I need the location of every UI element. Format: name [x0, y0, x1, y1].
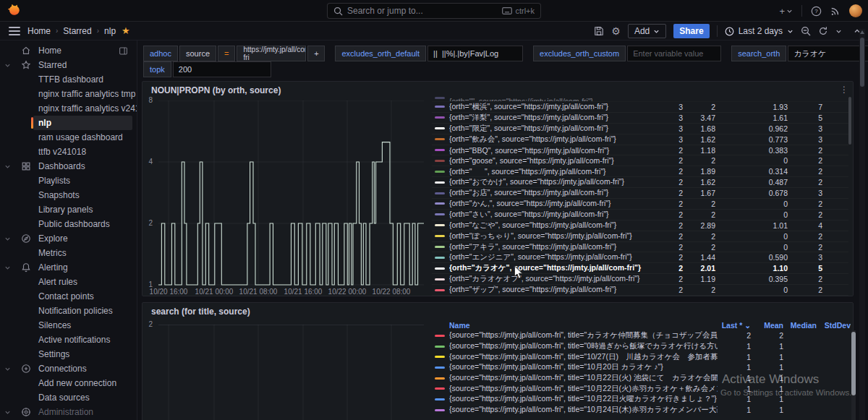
sidebar-item-ttfb-v241018[interactable]: ttfb v241018	[0, 145, 137, 159]
chevron-down-icon[interactable]	[4, 236, 11, 242]
table-row[interactable]: {source="https://jmty.jp/all/com-fri", t…	[432, 362, 851, 373]
panel-menu-icon[interactable]: ⋮	[840, 85, 848, 95]
sidebar-item-settings[interactable]: Settings	[0, 347, 137, 361]
avatar[interactable]	[849, 4, 862, 17]
breadcrumb-starred[interactable]: Starred	[63, 26, 91, 36]
sidebar-item-connections[interactable]: Connections	[0, 361, 137, 376]
legend-row[interactable]: {orth="エンジニア", source="https://jmty.jp/a…	[432, 252, 848, 263]
legend-row[interactable]: {orth="", source="https://jmty.jp/all/co…	[432, 97, 848, 102]
page-scrollbar[interactable]	[859, 29, 865, 420]
legend-row[interactable]: {orth=" ", source="https://jmty.jp/all/c…	[432, 166, 848, 177]
adhoc-field[interactable]: source	[179, 46, 216, 61]
legend-row[interactable]: {orth="カラオケ", source="https://jmty.jp/al…	[432, 263, 848, 274]
legend-row[interactable]: {orth="カラオケオフ", source="https://jmty.jp/…	[432, 274, 848, 285]
sidebar-item-add-new-connection[interactable]: Add new connection	[0, 376, 137, 390]
refresh-interval-dropdown[interactable]	[835, 28, 842, 35]
dock-sidebar-icon[interactable]	[119, 46, 128, 56]
refresh-icon[interactable]	[818, 26, 828, 36]
variable-input-topk[interactable]: 200	[173, 61, 271, 77]
legend-row[interactable]: {orth="goose", source="https://jmty.jp/a…	[432, 155, 848, 166]
share-button[interactable]: Share	[673, 24, 709, 38]
table-header[interactable]: Name Last * ⌄ Mean Median StdDev	[432, 320, 851, 330]
timeseries-chart-2[interactable]	[158, 325, 424, 420]
sidebar-item-playlists[interactable]: Playlists	[0, 173, 137, 188]
add-menu-button[interactable]: +	[779, 6, 793, 17]
grafana-logo[interactable]	[7, 4, 21, 18]
zoom-out-icon[interactable]	[801, 26, 811, 36]
sidebar-item-administration[interactable]: Administration	[0, 405, 137, 419]
adhoc-value[interactable]: https://jmty.jp/all/com-fri	[237, 46, 306, 61]
save-dashboard-icon[interactable]	[594, 26, 604, 36]
series-color-dash	[435, 116, 445, 119]
menu-toggle-icon[interactable]	[9, 27, 20, 35]
sidebar-item-notification-policies[interactable]: Notification policies	[0, 304, 137, 318]
sidebar-item-dashboards[interactable]: Dashboards	[0, 159, 137, 173]
legend-scrollbar[interactable]	[848, 97, 851, 296]
table-row[interactable]: {source="https://jmty.jp/all/com-fri", t…	[432, 405, 851, 416]
legend-row[interactable]: {orth="アキラ", source="https://jmty.jp/all…	[432, 242, 848, 253]
table-scrollbar[interactable]	[851, 330, 856, 420]
sidebar-item-starred[interactable]: Starred	[0, 58, 137, 72]
sidebar-item-nginx-traffic-analytics-tmp-c-[interactable]: nginx traffic analytics tmp C...	[0, 87, 137, 101]
sidebar-item-contact-points[interactable]: Contact points	[0, 289, 137, 304]
sidebar-item-silences[interactable]: Silences	[0, 318, 137, 333]
table-row[interactable]: {source="https://jmty.jp/all/com-fri", t…	[432, 341, 851, 352]
breadcrumb-home[interactable]: Home	[27, 26, 51, 36]
chevron-down-icon[interactable]	[4, 62, 11, 69]
sidebar-item-explore[interactable]: Explore	[0, 231, 137, 246]
plug-icon	[21, 364, 31, 374]
legend-row[interactable]: {orth="飲み会", source="https://jmty.jp/all…	[432, 134, 848, 145]
legend-row[interactable]: {orth="かん,", source="https://jmty.jp/all…	[432, 199, 848, 210]
dashboard-settings-icon[interactable]: ⚙	[611, 25, 621, 37]
chevron-down-icon[interactable]	[4, 265, 11, 271]
sidebar-item-home[interactable]: Home	[0, 43, 137, 58]
sidebar-item-nginx-traffic-analytics-v241015[interactable]: nginx traffic analytics v241015	[0, 101, 137, 116]
sidebar-item-nlp[interactable]: nlp	[0, 116, 137, 130]
search-input[interactable]: Search or jump to... ctrl+k	[327, 3, 541, 19]
table-row[interactable]: {source="https://jmty.jp/all/com-fri", t…	[432, 351, 851, 362]
timeseries-chart[interactable]	[158, 100, 424, 286]
table-row[interactable]: {source="https://jmty.jp/all/com-fri", t…	[432, 330, 851, 341]
legend-row[interactable]: {orth="ぽっちゃり", source="https://jmty.jp/a…	[432, 231, 848, 242]
legend-row[interactable]: {orth="洋梨", source="https://jmty.jp/all/…	[432, 113, 848, 124]
legend-row[interactable]: {orth="BBQ", source="https://jmty.jp/all…	[432, 145, 848, 156]
variable-label-excludes_orth_custom[interactable]: excludes_orth_custom	[533, 46, 626, 61]
sidebar-item-snapshots[interactable]: Snapshots	[0, 188, 137, 202]
chevron-down-icon[interactable]	[4, 409, 11, 416]
chevron-down-icon[interactable]	[4, 366, 11, 372]
legend-row[interactable]: {orth="お店", source="https://jmty.jp/all/…	[432, 188, 848, 199]
sidebar-item-alerting[interactable]: Alerting	[0, 260, 137, 275]
legend-row[interactable]: {orth="さい", source="https://jmty.jp/all/…	[432, 210, 848, 220]
sidebar-item-ttfb-dashboard[interactable]: TTFB dashboard	[0, 72, 137, 87]
chevron-down-icon[interactable]	[4, 163, 11, 170]
help-icon[interactable]: ?	[811, 6, 822, 17]
stat-stddev: 0.678	[715, 189, 788, 197]
sidebar-item-library-panels[interactable]: Library panels	[0, 202, 137, 217]
breadcrumb-current[interactable]: nlp	[104, 26, 116, 36]
sidebar-item-ram-usage-dashboard[interactable]: ram usage dashboard	[0, 130, 137, 145]
sidebar-item-active-notifications[interactable]: Active notifications	[0, 333, 137, 347]
variable-label-excludes_orth_default[interactable]: excludes_orth_default	[335, 46, 426, 61]
sidebar-item-data-sources[interactable]: Data sources	[0, 390, 137, 405]
news-rss-icon[interactable]	[830, 6, 841, 16]
variable-input-excludes_orth_custom[interactable]: Enter variable value	[627, 46, 721, 61]
sidebar-item-metrics[interactable]: Metrics	[0, 246, 137, 260]
variable-input-search_orth[interactable]: カラオケ	[788, 46, 868, 61]
add-panel-button[interactable]: Add	[628, 24, 666, 38]
sidebar-item-alert-rules[interactable]: Alert rules	[0, 275, 137, 289]
variable-label-search_orth[interactable]: search_orth	[731, 46, 786, 61]
legend-row[interactable]: {orth="おでかけ", source="https://jmty.jp/al…	[432, 177, 848, 188]
stat-max: 2	[788, 178, 822, 187]
legend-row[interactable]: {orth="ザップ", source="https://jmty.jp/all…	[432, 285, 848, 296]
variable-label-topk[interactable]: topk	[143, 61, 171, 77]
favorite-star-icon[interactable]: ★	[122, 25, 130, 36]
adhoc-operator[interactable]: =	[218, 46, 235, 61]
legend-row[interactable]: {orth="横浜", source="https://jmty.jp/all/…	[432, 102, 848, 113]
variable-input-excludes_orth_default[interactable]: || ||%|.|by|Fav|Log	[427, 46, 523, 61]
time-range-picker[interactable]: Last 2 days	[725, 26, 793, 36]
legend-row[interactable]: {orth="限定", source="https://jmty.jp/all/…	[432, 124, 848, 134]
sidebar-item-public-dashboards[interactable]: Public dashboards	[0, 217, 137, 231]
adhoc-filter-label[interactable]: adhoc	[143, 46, 178, 61]
adhoc-add-button[interactable]: +	[307, 46, 325, 61]
legend-row[interactable]: {orth="なごや", source="https://jmty.jp/all…	[432, 220, 848, 231]
